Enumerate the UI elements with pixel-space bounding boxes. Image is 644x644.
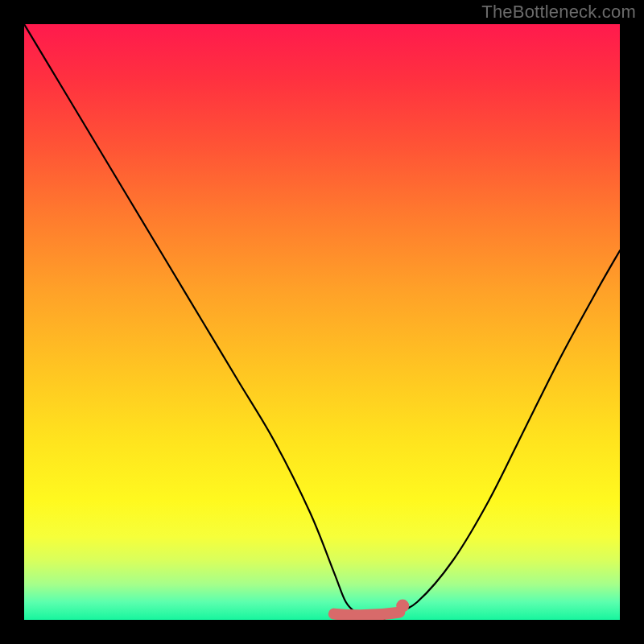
bottleneck-curve-line (24, 24, 620, 620)
chart-frame: TheBottleneck.com (0, 0, 644, 644)
bottleneck-curve-svg (24, 24, 620, 620)
watermark-text: TheBottleneck.com (481, 2, 636, 23)
highlight-end-dot (396, 600, 409, 613)
plot-area (24, 24, 620, 620)
minimum-highlight (334, 613, 399, 616)
